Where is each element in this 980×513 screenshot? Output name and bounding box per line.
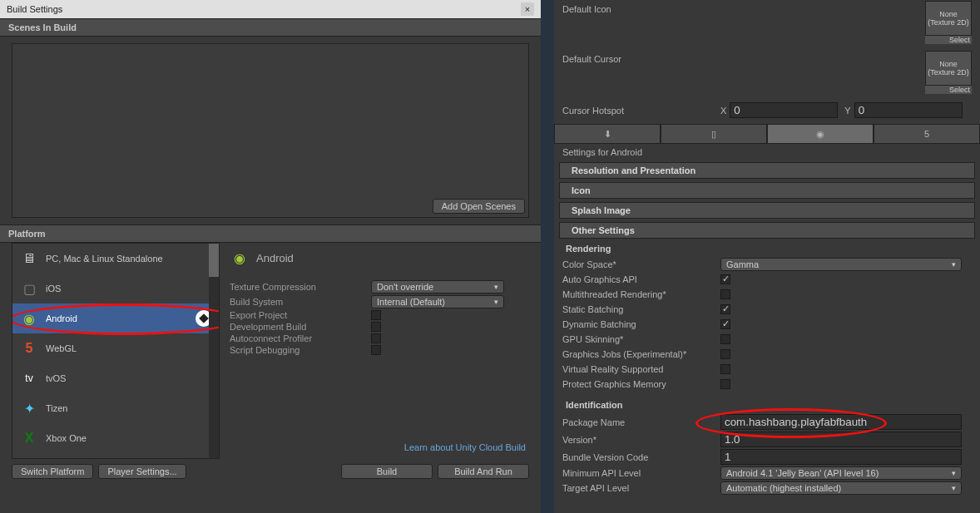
target-api-dropdown[interactable]: Automatic (highest installed) [720,481,962,495]
platform-label: tvOS [46,373,66,383]
texture-compression-dropdown[interactable]: Don't override [371,280,504,293]
tab-standalone[interactable]: ⬇ [554,124,661,144]
platform-item-tizen[interactable]: ✦ Tizen [12,393,219,423]
default-cursor-label: Default Cursor [562,51,720,64]
icon-header[interactable]: Icon [559,182,975,199]
switch-platform-button[interactable]: Switch Platform [12,464,93,479]
xbox-icon: X [19,428,39,448]
splash-image-header[interactable]: Splash Image [559,202,975,219]
svg-marker-0 [199,313,209,323]
script-debugging-label: Script Debugging [230,345,371,355]
platform-label: PC, Mac & Linux Standalone [46,254,163,264]
close-icon[interactable]: × [521,2,534,16]
graphics-jobs-checkbox[interactable] [720,349,730,359]
bundle-version-input[interactable] [720,449,962,465]
tab-android[interactable]: ◉ [767,124,874,144]
scenes-header: Scenes In Build [0,18,541,37]
dev-build-label: Development Build [230,322,371,332]
x-label: X [720,106,726,116]
min-api-dropdown[interactable]: Android 4.1 'Jelly Bean' (API level 16) [720,466,962,480]
static-batching-label: Static Batching [562,304,720,314]
color-space-label: Color Space* [562,259,720,269]
player-settings-button[interactable]: Player Settings... [98,464,186,479]
resolution-presentation-header[interactable]: Resolution and Presentation [559,162,975,179]
html5-icon: 5 [924,129,929,139]
select-cursor-button[interactable]: Select [925,86,972,94]
auto-graphics-checkbox[interactable] [720,274,730,284]
tab-webgl[interactable]: 5 [874,124,980,144]
gpu-skinning-checkbox[interactable] [720,334,730,344]
monitor-icon: 🖥 [19,249,39,269]
android-icon: ◉ [816,129,824,140]
export-project-label: Export Project [230,310,371,320]
platform-item-ios[interactable]: ▢ iOS [12,274,219,303]
color-space-dropdown[interactable]: Gamma [720,258,962,271]
add-open-scenes-button[interactable]: Add Open Scenes [433,199,525,214]
min-api-label: Minimum API Level [562,468,720,478]
platform-item-tvos[interactable]: tv tvOS [12,363,219,393]
cursor-hotspot-x-input[interactable] [730,102,838,118]
platform-label: Xbox One [46,433,87,443]
package-name-label: Package Name [562,417,720,427]
multithreaded-rendering-checkbox[interactable] [720,289,730,299]
download-icon: ⬇ [604,129,611,140]
build-system-label: Build System [230,297,371,307]
bundle-version-label: Bundle Version Code [562,452,720,462]
scenes-list[interactable]: Add Open Scenes [12,43,529,218]
package-name-input[interactable] [720,414,962,430]
build-and-run-button[interactable]: Build And Run [438,464,529,479]
platform-tabs: ⬇ ▯ ◉ 5 [554,124,980,144]
inspector-panel: Default Icon None (Texture 2D) Select De… [554,0,980,513]
settings-for-label: Settings for Android [554,144,980,160]
platform-item-webgl[interactable]: 5 WebGL [12,333,219,363]
target-api-label: Target API Level [562,483,720,493]
cloud-build-link[interactable]: Learn about Unity Cloud Build [226,439,529,456]
dynamic-batching-checkbox[interactable] [720,319,730,329]
version-input[interactable] [720,432,962,447]
platform-label: WebGL [46,343,77,353]
platform-label: iOS [46,284,61,293]
dev-build-checkbox[interactable] [371,322,381,332]
html5-icon: 5 [19,338,39,358]
static-batching-checkbox[interactable] [720,304,730,314]
cursor-hotspot-y-input[interactable] [854,102,963,118]
platform-detail-heading: Android [256,252,294,264]
platform-label: Tizen [46,403,68,413]
appletv-icon: tv [19,368,39,388]
platform-item-standalone[interactable]: 🖥 PC, Mac & Linux Standalone [12,244,219,274]
android-icon: ◉ [19,308,39,328]
autoconnect-profiler-checkbox [371,333,381,343]
script-debugging-checkbox [371,345,381,355]
platform-item-xbox[interactable]: X Xbox One [12,423,219,453]
default-icon-label: Default Icon [562,1,720,14]
phone-icon: ▯ [711,129,716,140]
build-system-dropdown[interactable]: Internal (Default) [371,295,504,308]
gpu-skinning-label: GPU Skinning* [562,334,720,344]
tizen-icon: ✦ [19,398,39,418]
rendering-subheader: Rendering [554,240,980,257]
platform-details: ◉ Android Texture Compression Don't over… [226,243,529,459]
multithreaded-rendering-label: Multithreaded Rendering* [562,289,720,299]
build-settings-window: Build Settings × Scenes In Build Add Ope… [0,0,541,513]
scrollbar[interactable] [209,244,219,458]
build-button[interactable]: Build [341,464,433,479]
autoconnect-profiler-label: Autoconnect Profiler [230,333,371,343]
phone-icon: ▢ [19,279,39,298]
platform-list[interactable]: 🖥 PC, Mac & Linux Standalone ▢ iOS ◉ And… [12,243,220,459]
platform-label: Android [46,313,77,323]
tab-ios[interactable]: ▯ [661,124,767,144]
bottom-bar: Switch Platform Player Settings... Build… [0,459,541,484]
select-icon-button[interactable]: Select [925,36,972,44]
version-label: Version* [562,435,720,445]
vr-supported-checkbox[interactable] [720,364,730,374]
other-settings-header[interactable]: Other Settings [559,222,975,239]
default-cursor-thumb[interactable]: None (Texture 2D) [925,51,972,86]
protect-graphics-checkbox[interactable] [720,379,730,389]
export-project-checkbox[interactable] [371,310,381,320]
platform-item-android[interactable]: ◉ Android [12,303,219,333]
android-icon: ◉ [230,248,250,268]
default-icon-thumb[interactable]: None (Texture 2D) [925,1,972,36]
window-title: Build Settings [7,4,62,14]
graphics-jobs-label: Graphics Jobs (Experimental)* [562,349,720,359]
protect-graphics-label: Protect Graphics Memory [562,379,720,389]
